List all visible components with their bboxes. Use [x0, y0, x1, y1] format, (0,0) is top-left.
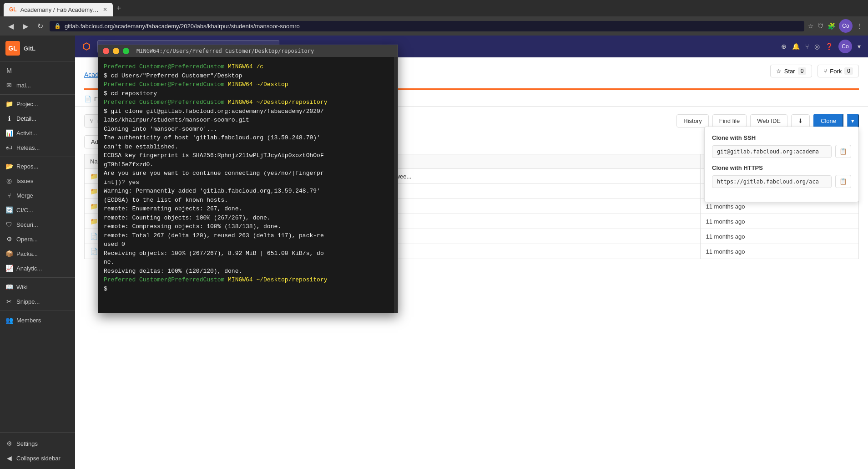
tab-bar: GL Academany / Fab Academy / 20... ✕ +	[0, 0, 868, 16]
packages-icon: 📦	[5, 250, 13, 257]
sidebar-label-settings: Settings	[16, 440, 38, 447]
terminal-line: remote: Total 267 (delta 120), reused 26…	[104, 231, 389, 240]
prompt-path: MINGW64 ~/Desktop	[224, 81, 288, 88]
web-ide-btn[interactable]: Web IDE	[750, 114, 787, 127]
sidebar-item-releases[interactable]: 🏷 Releas...	[0, 140, 75, 155]
terminal-minimize-btn[interactable]	[113, 48, 119, 54]
releases-icon: 🏷	[5, 144, 13, 151]
address-input[interactable]	[65, 23, 800, 30]
sidebar-item-wiki[interactable]: 📖 Wiki	[0, 280, 75, 294]
folder-icon: 📁	[90, 188, 98, 195]
bookmark-btn[interactable]: ☆	[808, 22, 814, 30]
terminal-line: remote: Counting objects: 100% (267/267)…	[104, 214, 389, 223]
sidebar-label-details: Detail...	[16, 115, 36, 122]
sidebar-item-analytics[interactable]: 📈 Analytic...	[0, 261, 75, 275]
settings-icon: ⚙	[5, 440, 13, 447]
find-file-btn[interactable]: Find file	[712, 114, 747, 127]
terminal-line: $ cd repository	[104, 89, 389, 98]
fork-btn[interactable]: ⑂ Fork 0	[818, 65, 859, 77]
merge-icon: ⑂	[5, 192, 13, 199]
security-icon: 🛡	[5, 221, 13, 228]
time-cell: 11 months ago	[700, 244, 858, 259]
sidebar-item-cicd[interactable]: 🔄 CI/C...	[0, 203, 75, 217]
star-btn[interactable]: ☆ Star 0	[770, 65, 812, 77]
folder-icon: 📁	[90, 173, 98, 180]
sidebar-item-repository[interactable]: 📂 Repos...	[0, 159, 75, 173]
help-btn[interactable]: ❓	[825, 43, 833, 50]
sidebar-item-merge[interactable]: ⑂ Merge	[0, 188, 75, 203]
prompt-user: Preferred Customer@PreferredCustom	[104, 63, 224, 70]
terminal-line: Preferred Customer@PreferredCustom MINGW…	[104, 62, 389, 71]
history-btn[interactable]: History	[676, 114, 708, 127]
clone-dropdown-btn[interactable]: ▾	[847, 114, 859, 128]
mail-icon: ✉	[5, 82, 13, 89]
terminal-line: Resolving deltas: 100% (120/120), done.	[104, 267, 389, 276]
terminal-maximize-btn[interactable]	[123, 48, 129, 54]
repo-action-buttons: History Find file Web IDE ⬇ Clone ▾	[676, 114, 859, 128]
issues-btn[interactable]: ◎	[814, 43, 820, 50]
tab-close-btn[interactable]: ✕	[103, 6, 107, 13]
notification-btn[interactable]: 🔔	[792, 43, 800, 50]
sidebar-logo: GL GitL	[0, 36, 75, 61]
sidebar-label-collapse: Collapse sidebar	[16, 455, 61, 462]
gitlab-logo: ⬡	[82, 41, 90, 52]
sidebar-item-settings[interactable]: ⚙ Settings	[0, 436, 75, 451]
terminal-line: $ git clone git@gitlab.fabcloud.org:acad…	[104, 107, 389, 116]
sidebar-label-project: Projec...	[16, 101, 38, 107]
download-btn[interactable]: ⬇	[791, 114, 810, 127]
sidebar-item-members[interactable]: 👥 Members	[0, 313, 75, 327]
sidebar-item-details[interactable]: ℹ Detail...	[0, 111, 75, 126]
sidebar-divider-1	[0, 94, 75, 95]
sidebar-item-project[interactable]: 📁 Projec...	[0, 97, 75, 111]
repository-icon: 📂	[5, 163, 13, 170]
sidebar-label-operations: Opera...	[16, 236, 38, 243]
terminal-line: used 0	[104, 240, 389, 249]
clone-ssh-copy-btn[interactable]: 📋	[835, 145, 851, 158]
sidebar-item-activity[interactable]: 📊 Activit...	[0, 126, 75, 140]
clone-ssh-input[interactable]	[712, 145, 832, 158]
terminal-line: remote: Compressing objects: 100% (138/1…	[104, 222, 389, 231]
terminal-body[interactable]: Preferred Customer@PreferredCustom MINGW…	[98, 57, 394, 313]
clone-https-copy-btn[interactable]: 📋	[835, 175, 851, 188]
gitlab-logo-icon: GL	[5, 41, 20, 56]
terminal-close-btn[interactable]	[103, 48, 109, 54]
operations-icon: ⚙	[5, 235, 13, 243]
puzzle-icon[interactable]: 🧩	[828, 22, 835, 30]
sidebar-item-mail[interactable]: ✉ mai...	[0, 78, 75, 92]
terminal-line: Receiving objects: 100% (267/267), 8.92 …	[104, 249, 389, 258]
sidebar-item-main[interactable]: M	[0, 63, 75, 78]
merge-requests-btn[interactable]: ⑂	[805, 43, 809, 50]
main-layout: GL GitL M ✉ mai... 📁 Projec... ℹ Detail.…	[0, 36, 868, 469]
sidebar-bottom: ⚙ Settings ◀ Collapse sidebar	[0, 432, 75, 469]
terminal-scrollbar[interactable]	[394, 57, 398, 313]
new-item-btn[interactable]: ⊕	[781, 43, 787, 50]
time-cell: 11 months ago	[700, 229, 858, 244]
terminal-window: MINGW64:/c/Users/Preferred Customer/Desk…	[98, 45, 398, 313]
sidebar-item-packages[interactable]: 📦 Packa...	[0, 246, 75, 261]
files-icon: 📄	[84, 96, 91, 102]
topbar-chevron[interactable]: ▾	[858, 43, 861, 50]
terminal-line: ne.	[104, 258, 389, 267]
terminal-line: Preferred Customer@PreferredCustom MINGW…	[104, 80, 389, 89]
sidebar-item-collapse[interactable]: ◀ Collapse sidebar	[0, 451, 75, 465]
prompt-user: Preferred Customer@PreferredCustom	[104, 276, 224, 283]
menu-btn[interactable]: ⋮	[856, 22, 863, 30]
sidebar-item-issues[interactable]: ◎ Issues	[0, 173, 75, 188]
clone-btn[interactable]: Clone	[813, 114, 843, 128]
sidebar-item-operations[interactable]: ⚙ Opera...	[0, 232, 75, 246]
forward-btn[interactable]: ▶	[20, 20, 31, 32]
user-avatar-topbar[interactable]: Co	[838, 40, 852, 53]
branch-icon: ⑂	[90, 117, 94, 124]
sidebar-divider-3	[0, 277, 75, 278]
terminal-line: remote: Enumerating objects: 267, done.	[104, 204, 389, 214]
clone-https-input[interactable]	[712, 175, 832, 188]
shield-icon[interactable]: 🛡	[818, 22, 824, 30]
back-btn[interactable]: ◀	[5, 20, 16, 32]
user-avatar[interactable]: Co	[839, 19, 853, 33]
sidebar-item-snippets[interactable]: ✂ Snippe...	[0, 294, 75, 309]
active-tab[interactable]: GL Academany / Fab Academy / 20... ✕	[4, 3, 113, 16]
sidebar-item-security[interactable]: 🛡 Securi...	[0, 217, 75, 232]
sidebar-label-snippets: Snippe...	[16, 298, 40, 305]
new-tab-btn[interactable]: +	[113, 2, 125, 15]
reload-btn[interactable]: ↻	[35, 20, 46, 32]
